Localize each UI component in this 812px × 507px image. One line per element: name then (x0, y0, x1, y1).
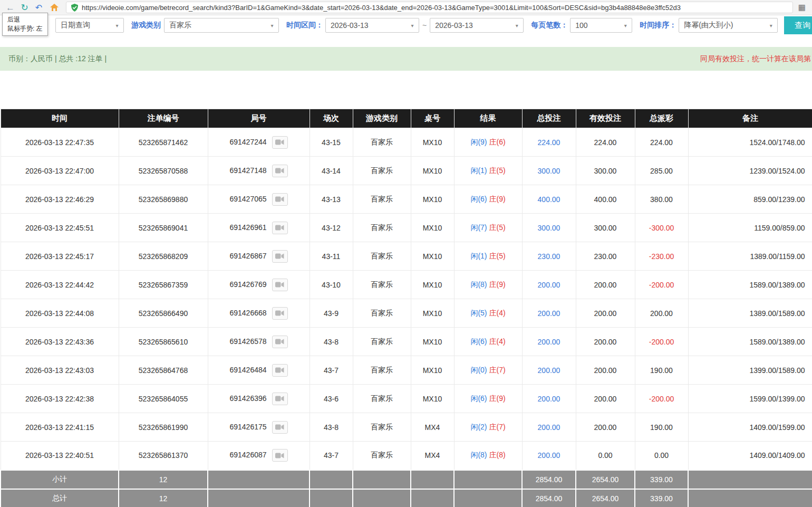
result-banker: 庄(6) (489, 138, 506, 146)
video-camera-icon (275, 224, 284, 231)
table-row: 2026-03-13 22:47:35 523265871462 6914272… (1, 128, 812, 157)
date-end-value: 2026-03-13 (435, 21, 473, 30)
table-header-row: 时间 注单编号 局号 场次 游戏类别 桌号 结果 总投注 有效投注 总派彩 备注 (1, 109, 812, 128)
cell-time: 2026-03-13 22:47:00 (1, 157, 119, 185)
sort-label: 时间排序： (640, 21, 676, 30)
cell-session: 43-7 (310, 356, 353, 385)
cell-round-id: 691427065 (208, 185, 310, 214)
table-row: 2026-03-13 22:42:38 523265864055 6914263… (1, 385, 812, 413)
result-banker: 庄(9) (489, 394, 506, 403)
table-row: 2026-03-13 22:46:29 523265869880 6914270… (1, 185, 812, 214)
table-row: 2026-03-13 22:43:36 523265865610 6914265… (1, 328, 812, 356)
cell-remark: 1399.00/1589.00 (688, 356, 812, 385)
subtotal-total-bet: 2854.00 (522, 470, 576, 489)
video-replay-button[interactable] (272, 421, 288, 434)
chevron-down-icon: ▾ (765, 23, 777, 28)
cell-time: 2026-03-13 22:47:35 (1, 128, 119, 157)
cell-remark: 1239.00/1524.00 (688, 157, 812, 185)
total-empty (208, 489, 310, 507)
page-size-select[interactable]: 100 ▾ (570, 18, 632, 33)
video-replay-button[interactable] (272, 222, 288, 234)
date-query-select[interactable]: 日期查询 ▾ (55, 18, 124, 33)
result-banker: 庄(5) (489, 166, 506, 175)
cell-game-type: 百家乐 (353, 299, 411, 328)
cell-result: 闲(0)庄(7) (454, 356, 522, 385)
home-button[interactable] (50, 4, 59, 11)
cell-total-bet: 200.00 (522, 328, 576, 356)
video-replay-button[interactable] (272, 165, 288, 177)
cell-valid-bet: 300.00 (576, 214, 635, 242)
cell-round-id: 691426175 (208, 413, 310, 442)
cell-total-bet: 400.00 (522, 185, 576, 214)
subtotal-empty (353, 470, 411, 489)
cell-game-type: 百家乐 (353, 242, 411, 271)
round-number: 691426578 (229, 337, 266, 345)
total-empty (688, 489, 812, 507)
cell-game-type: 百家乐 (353, 442, 411, 470)
cell-total-bet: 200.00 (522, 413, 576, 442)
video-replay-button[interactable] (272, 193, 288, 206)
apps-grid-icon[interactable]: ▦ (798, 3, 806, 12)
cell-result: 闲(2)庄(7) (454, 413, 522, 442)
sort-select[interactable]: 降幂(由大到小) ▾ (679, 18, 778, 33)
cell-round-id: 691427244 (208, 128, 310, 157)
table-row: 2026-03-13 22:47:00 523265870588 6914271… (1, 157, 812, 185)
result-banker: 庄(9) (489, 280, 506, 289)
cell-table-no: MX4 (411, 442, 454, 470)
cell-table-no: MX10 (411, 328, 454, 356)
total-valid-bet: 2654.00 (576, 489, 635, 507)
video-replay-button[interactable] (272, 250, 288, 263)
cell-payout: 190.00 (635, 413, 688, 442)
valid-bet-notice-text: 同局有效投注，统一计算在该局第 (700, 54, 811, 64)
cell-valid-bet: 200.00 (576, 299, 635, 328)
result-banker: 庄(9) (489, 195, 506, 203)
video-replay-button[interactable] (272, 449, 288, 462)
game-type-select[interactable]: 百家乐 ▾ (164, 18, 279, 33)
cell-total-bet: 200.00 (522, 385, 576, 413)
cell-total-bet: 230.00 (522, 242, 576, 271)
cell-valid-bet: 400.00 (576, 185, 635, 214)
cell-bet-id: 523265864768 (119, 356, 208, 385)
video-replay-button[interactable] (272, 136, 288, 149)
video-replay-button[interactable] (272, 393, 288, 405)
cell-table-no: MX10 (411, 385, 454, 413)
subtotal-empty (688, 470, 812, 489)
cell-game-type: 百家乐 (353, 185, 411, 214)
total-count: 12 (119, 489, 208, 507)
round-number: 691426769 (229, 280, 266, 288)
cell-round-id: 691426087 (208, 442, 310, 470)
search-button[interactable]: 查询 (784, 16, 812, 34)
cell-time: 2026-03-13 22:44:42 (1, 271, 119, 299)
chevron-down-icon: ▾ (406, 23, 419, 28)
cell-time: 2026-03-13 22:40:51 (1, 442, 119, 470)
video-replay-button[interactable] (272, 336, 288, 348)
cell-remark: 1389.00/1589.00 (688, 299, 812, 328)
date-end-select[interactable]: 2026-03-13 ▾ (430, 18, 524, 33)
address-bar[interactable]: https://videoie.com/game/betrecord_searc… (66, 2, 793, 13)
video-camera-icon (275, 196, 284, 203)
video-replay-button[interactable] (272, 307, 288, 320)
cell-table-no: MX10 (411, 299, 454, 328)
cell-bet-id: 523265861990 (119, 413, 208, 442)
security-shield-icon (71, 4, 78, 12)
cell-valid-bet: 200.00 (576, 413, 635, 442)
date-start-select[interactable]: 2026-03-13 ▾ (325, 18, 419, 33)
round-number: 691426175 (229, 422, 266, 431)
date-start-value: 2026-03-13 (331, 21, 369, 30)
filter-bar: 日期查询 ▾ 游戏类别 百家乐 ▾ 时间区间： 2026-03-13 ▾ ~ 2… (0, 15, 812, 35)
result-banker: 庄(8) (489, 451, 506, 459)
cell-table-no: MX10 (411, 242, 454, 271)
cell-payout: 190.00 (635, 356, 688, 385)
table-row: 2026-03-13 22:45:17 523265868209 6914268… (1, 242, 812, 271)
video-replay-button[interactable] (272, 279, 288, 291)
cell-game-type: 百家乐 (353, 271, 411, 299)
cell-payout: -200.00 (635, 328, 688, 356)
cell-remark: 1389.00/1159.00 (688, 242, 812, 271)
cell-time: 2026-03-13 22:41:15 (1, 413, 119, 442)
cell-result: 闲(6)庄(9) (454, 385, 522, 413)
result-banker: 庄(5) (489, 223, 506, 232)
cell-round-id: 691426769 (208, 271, 310, 299)
col-game-type: 游戏类别 (353, 109, 411, 128)
cell-game-type: 百家乐 (353, 385, 411, 413)
video-replay-button[interactable] (272, 364, 288, 377)
